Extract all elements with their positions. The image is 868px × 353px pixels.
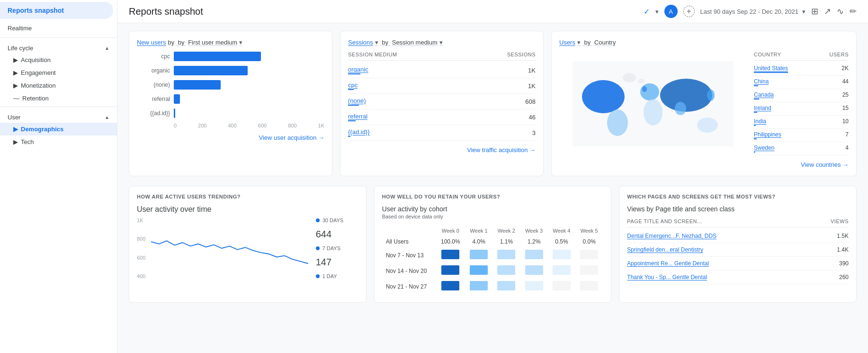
col-session-medium: SESSION MEDIUM bbox=[348, 52, 397, 57]
page-name-2[interactable]: Springfield den...eral Dentistry bbox=[627, 246, 703, 253]
y-600: 600 bbox=[137, 255, 150, 261]
date-dropdown-icon[interactable]: ▾ bbox=[802, 8, 805, 15]
col-country: COUNTRY bbox=[754, 52, 781, 57]
sidebar-item-engagement[interactable]: ▶ Engagement bbox=[0, 66, 117, 79]
sessions-dimension: Session medium bbox=[392, 39, 438, 46]
country-philippines[interactable]: Philippines bbox=[754, 131, 781, 138]
sidebar-item-tech[interactable]: ▶ Tech bbox=[0, 136, 117, 148]
sidebar-divider-2 bbox=[0, 107, 117, 107]
map-row-ireland: Ireland 15 bbox=[754, 102, 849, 116]
row-underline-organic bbox=[348, 73, 360, 74]
sidebar-section-user[interactable]: User ▲ bbox=[0, 109, 117, 123]
users-dropdown-icon[interactable]: ▾ bbox=[577, 39, 581, 46]
sidebar-section-lifecycle[interactable]: Life cycle ▲ bbox=[0, 40, 117, 54]
edit-icon[interactable]: ✏ bbox=[850, 6, 857, 17]
y-400: 400 bbox=[137, 273, 150, 279]
sessions-label-adid[interactable]: {{ad.id}} bbox=[348, 128, 370, 136]
sidebar-item-demographics[interactable]: ▶ Demographics bbox=[0, 123, 117, 136]
bar-container-cpc bbox=[174, 52, 324, 61]
svg-point-8 bbox=[638, 79, 644, 83]
cohort-col-w2: Week 2 bbox=[493, 226, 519, 235]
country-ireland[interactable]: Ireland bbox=[754, 105, 771, 111]
date-range[interactable]: Last 90 days Sep 22 - Dec 20, 2021 ▾ bbox=[700, 8, 805, 15]
view-user-acquisition-link[interactable]: View user acquisition → bbox=[137, 134, 324, 141]
users-us: 2K bbox=[841, 65, 849, 73]
sessions-label-organic[interactable]: organic bbox=[348, 66, 368, 73]
toolbar-icons: ⊞ ↗ ∿ ✏ bbox=[811, 6, 857, 17]
views-table-header: PAGE TITLE AND SCREEN... VIEWS bbox=[627, 218, 849, 227]
map-row-philippines: Philippines 7 bbox=[754, 129, 849, 142]
views-row-3: Appointment Re... Gentle Dental 390 bbox=[627, 257, 849, 271]
sidebar-item-monetization[interactable]: ▶ Monetization bbox=[0, 79, 117, 92]
sessions-row-cpc: cpc 1K bbox=[348, 78, 536, 94]
users-canada: 25 bbox=[842, 91, 849, 100]
country-china[interactable]: China bbox=[754, 78, 769, 85]
col-sessions: SESSIONS bbox=[507, 52, 536, 57]
country-india[interactable]: India bbox=[754, 118, 766, 125]
sessions-value-adid: 3 bbox=[532, 129, 536, 136]
add-button[interactable]: + bbox=[683, 6, 695, 17]
svg-point-4 bbox=[644, 99, 662, 126]
sidebar-item-realtime[interactable]: Realtime bbox=[0, 21, 117, 36]
country-us[interactable]: United States bbox=[754, 65, 788, 72]
page-name-3[interactable]: Appointment Re... Gentle Dental bbox=[627, 260, 709, 267]
new-users-card-header[interactable]: New users by by First user medium ▾ bbox=[137, 39, 324, 46]
sessions-label-none[interactable]: (none) bbox=[348, 97, 366, 104]
map-visual bbox=[559, 52, 746, 155]
sessions-value-none: 608 bbox=[525, 98, 536, 105]
view-countries-link[interactable]: View countries → bbox=[559, 161, 849, 168]
arrow-right-icon-4: ▶ bbox=[13, 138, 18, 145]
svg-point-10 bbox=[642, 86, 647, 92]
sidebar-section-lifecycle-label: Life cycle bbox=[8, 45, 33, 52]
page-title: Reports snapshot bbox=[129, 6, 638, 17]
new-users-by: by bbox=[168, 39, 174, 46]
sessions-value-referral: 46 bbox=[529, 114, 536, 121]
dropdown-arrow-icon[interactable]: ▾ bbox=[655, 8, 659, 15]
axis-800: 800 bbox=[288, 123, 296, 128]
cohort-label-nov7: Nov 7 - Nov 13 bbox=[383, 248, 436, 262]
sidebar-item-retention[interactable]: — Retention bbox=[0, 92, 117, 105]
svg-point-6 bbox=[697, 118, 718, 133]
cohort-val-allusers-w0: 100.0% bbox=[437, 236, 465, 247]
sessions-label-referral[interactable]: referral bbox=[348, 113, 367, 120]
metric-dot-1 bbox=[316, 274, 320, 278]
metric-7days: 7 DAYS bbox=[316, 245, 358, 251]
view-traffic-acquisition-link[interactable]: View traffic acquisition → bbox=[348, 146, 536, 154]
page-name-4[interactable]: Thank You - Sp... Gentle Dental bbox=[627, 274, 707, 281]
dimension-dropdown-icon[interactable]: ▾ bbox=[239, 39, 242, 46]
cohort-row-nov7: Nov 7 - Nov 13 bbox=[383, 248, 603, 262]
bar-adid bbox=[174, 109, 175, 118]
sessions-card-header[interactable]: Sessions ▾ by Session medium ▾ bbox=[348, 39, 536, 46]
y-1k: 1K bbox=[137, 217, 150, 223]
sessions-label-cpc[interactable]: cpc bbox=[348, 81, 358, 89]
metric-dot-7 bbox=[316, 246, 320, 250]
users-country-header[interactable]: Users ▾ by Country bbox=[559, 39, 849, 46]
cohort-col-w4: Week 4 bbox=[548, 226, 575, 235]
compare-icon[interactable]: ∿ bbox=[837, 6, 844, 17]
line-path bbox=[151, 241, 308, 263]
sidebar-title[interactable]: Reports snapshot bbox=[0, 2, 113, 19]
sessions-dropdown-icon[interactable]: ▾ bbox=[375, 39, 378, 46]
cohort-row-allusers: All Users 100.0% 4.0% 1.1% 1.2% 0.5% 0.0… bbox=[383, 236, 603, 247]
page-views-4: 260 bbox=[839, 274, 849, 281]
page-name-1[interactable]: Dental Emergenc...F. Nezhad, DDS bbox=[627, 233, 716, 239]
line-chart-svg bbox=[151, 217, 308, 279]
chevron-up-icon-2: ▲ bbox=[105, 115, 109, 120]
share-icon[interactable]: ↗ bbox=[824, 6, 831, 17]
content-area: New users by by First user medium ▾ cpc … bbox=[117, 23, 868, 310]
avatar: A bbox=[664, 5, 678, 18]
y-axis: 1K 800 600 400 bbox=[137, 217, 150, 279]
users-india: 10 bbox=[842, 118, 849, 126]
cohort-table: Week 0 Week 1 Week 2 Week 3 Week 4 Week … bbox=[382, 225, 604, 295]
country-sweden[interactable]: Sweden bbox=[754, 145, 774, 151]
svg-point-5 bbox=[660, 79, 712, 112]
country-canada[interactable]: Canada bbox=[754, 91, 774, 98]
sessions-table: SESSION MEDIUM SESSIONS organic 1K cpc bbox=[348, 52, 536, 141]
bar-container-referral bbox=[174, 94, 324, 104]
chart-icon[interactable]: ⊞ bbox=[811, 6, 818, 17]
cohort-header-row: Week 0 Week 1 Week 2 Week 3 Week 4 Week … bbox=[383, 226, 603, 235]
sidebar-item-acquisition[interactable]: ▶ Acquisition bbox=[0, 54, 117, 66]
page-views-1: 1.5K bbox=[837, 233, 849, 239]
sessions-dim-dropdown-icon[interactable]: ▾ bbox=[439, 39, 443, 46]
sessions-row-adid: {{ad.id}} 3 bbox=[348, 125, 536, 141]
